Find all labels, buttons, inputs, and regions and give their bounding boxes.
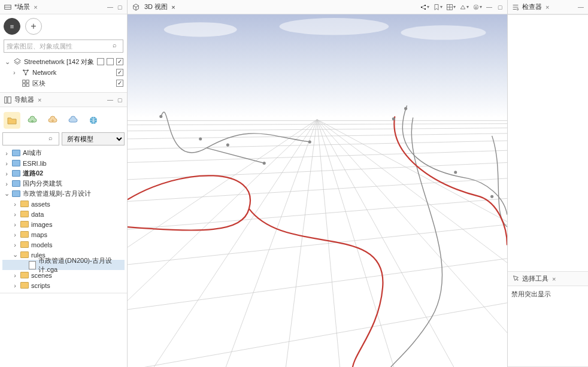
- navigator-panel-maximize[interactable]: [116, 96, 123, 104]
- scene-tree-blocks-visibility-checkbox[interactable]: [116, 80, 123, 87]
- scene-search-input[interactable]: [4, 40, 123, 53]
- tree-twisty-icon[interactable]: ›: [12, 282, 18, 289]
- scene-panel-body: ≡ ⌕ ⌄ Streetnetwork [142 对象: [0, 14, 127, 93]
- navigator-tab-close[interactable]: ×: [38, 96, 41, 104]
- tree-twisty-icon[interactable]: ›: [12, 221, 18, 228]
- navigator-tree-row[interactable]: ›scripts: [2, 280, 125, 290]
- scene-tree-root-visibility-checkbox[interactable]: [116, 58, 123, 65]
- tree-twisty-icon[interactable]: ›: [12, 272, 18, 279]
- folder-icon: [20, 210, 29, 219]
- tree-twisty-icon[interactable]: ›: [4, 170, 10, 177]
- tree-twisty-icon[interactable]: ›: [12, 201, 18, 208]
- view3d-tool-render[interactable]: [459, 2, 469, 12]
- tree-twisty-icon[interactable]: ›: [4, 150, 10, 157]
- selection-tool-tab-close[interactable]: ×: [552, 275, 556, 283]
- svg-marker-18: [474, 4, 478, 9]
- tree-twisty-icon[interactable]: ⌄: [4, 190, 10, 198]
- view3d-maximize[interactable]: [496, 4, 504, 11]
- inspector-tab-icon: [511, 3, 520, 11]
- navigator-file-tree: ›AI城市›ESRI.lib›道路02›国内分类建筑⌄市政管道规则-古月设计›a…: [2, 148, 125, 290]
- view3d-tab-close[interactable]: ×: [171, 4, 175, 11]
- search-icon[interactable]: ⌕: [113, 41, 121, 50]
- folder-icon: [12, 159, 20, 168]
- view3d-tool-share[interactable]: [420, 2, 429, 12]
- navigator-tree-row[interactable]: ›国内分类建筑: [2, 178, 125, 189]
- navigator-tree-row-label: images: [31, 221, 52, 228]
- view3d-tool-wireframe[interactable]: [446, 2, 456, 12]
- scene-tree-root-label: Streetnetwork [142 对象: [24, 57, 95, 66]
- navigator-tree-row-label: 国内分类建筑: [23, 179, 62, 188]
- scene-add-button[interactable]: [25, 18, 42, 35]
- tree-twisty-icon[interactable]: ⌄: [5, 58, 11, 66]
- navigator-filter-select[interactable]: 所有模型: [62, 132, 125, 145]
- scene-tree-network[interactable]: › Network: [4, 67, 123, 78]
- navigator-tree-row-label: assets: [31, 201, 50, 208]
- selection-tool-titlebar: 选择工具 ×: [508, 272, 588, 286]
- folder-icon: [20, 251, 29, 259]
- svg-point-19: [475, 7, 477, 8]
- svg-marker-2: [14, 59, 21, 63]
- folder-icon: [20, 230, 29, 239]
- scene-tab-close[interactable]: ×: [34, 4, 37, 11]
- navigator-mode-cloud-upload[interactable]: [24, 112, 41, 129]
- view3d-minimize[interactable]: [486, 4, 493, 11]
- folder-icon: [12, 190, 20, 198]
- tree-twisty-icon[interactable]: ›: [12, 211, 18, 218]
- navigator-tree-row[interactable]: ›道路02: [2, 168, 125, 178]
- scene-tree-blocks[interactable]: › 区块: [4, 78, 123, 89]
- navigator-search-wrap: ⌕: [2, 132, 59, 145]
- svg-rect-6: [23, 80, 25, 83]
- navigator-tree-row[interactable]: ›maps: [2, 229, 125, 239]
- navigator-tree-row[interactable]: ⌄市政管道规则-古月设计: [2, 189, 125, 199]
- inspector-tab-close[interactable]: ×: [545, 4, 549, 11]
- navigator-tree-row[interactable]: ›images: [2, 219, 125, 229]
- view3d-tool-settings[interactable]: [472, 2, 482, 12]
- scene-framing-button[interactable]: ≡: [4, 18, 20, 35]
- scene-panel-minimize[interactable]: [107, 4, 114, 11]
- scene-tree-extra-checkbox-b[interactable]: [107, 58, 114, 65]
- tree-twisty-icon[interactable]: ›: [13, 69, 19, 76]
- scene-tree-extra-checkbox-a[interactable]: [97, 58, 104, 65]
- navigator-tree-row[interactable]: ›data: [2, 209, 125, 219]
- navigator-tab-icon: [4, 96, 12, 104]
- tree-twisty-icon[interactable]: ›: [12, 241, 18, 248]
- tree-twisty-icon[interactable]: ›: [4, 160, 10, 167]
- tree-twisty-icon[interactable]: ›: [4, 180, 10, 187]
- navigator-tree-row[interactable]: ›ESRI.lib: [2, 158, 125, 168]
- svg-point-23: [401, 25, 486, 40]
- navigator-tree-row[interactable]: ›assets: [2, 199, 125, 209]
- view3d-tool-bookmarks[interactable]: [433, 2, 442, 12]
- folder-icon: [12, 180, 20, 188]
- selection-tool-body-text: 禁用突出显示: [511, 290, 551, 298]
- scene-tree-network-visibility-checkbox[interactable]: [116, 69, 123, 76]
- folder-icon: [20, 241, 29, 249]
- navigator-mode-cloud-download[interactable]: [44, 112, 61, 129]
- view3d-title: 3D 视图: [144, 2, 168, 11]
- navigator-mode-cloud[interactable]: [65, 112, 81, 129]
- network-icon: [22, 68, 30, 77]
- navigator-mode-filesystem[interactable]: [4, 112, 20, 129]
- scene-panel-maximize[interactable]: [116, 4, 123, 11]
- svg-rect-7: [26, 80, 29, 83]
- svg-rect-8: [23, 84, 25, 86]
- inspector-titlebar: 检查器 ×: [508, 0, 588, 14]
- tree-twisty-icon[interactable]: ⌄: [12, 251, 18, 259]
- scene-panel-titlebar: *场景 ×: [0, 0, 127, 14]
- scene-layer-tree: ⌄ Streetnetwork [142 对象 › Network: [4, 56, 123, 89]
- selection-tool-title: 选择工具: [522, 274, 548, 283]
- view3d-viewport[interactable]: [128, 14, 507, 367]
- tree-twisty-icon[interactable]: ›: [12, 231, 18, 238]
- scene-tree-root[interactable]: ⌄ Streetnetwork [142 对象: [4, 56, 123, 67]
- svg-point-27: [226, 144, 229, 147]
- search-icon[interactable]: ⌕: [49, 134, 57, 142]
- navigator-mode-globe[interactable]: [85, 112, 102, 129]
- svg-point-25: [159, 115, 162, 118]
- folder-icon: [20, 271, 29, 280]
- navigator-panel-minimize[interactable]: [107, 96, 114, 104]
- navigator-tree-row[interactable]: ›AI城市: [2, 148, 125, 158]
- inspector-minimize[interactable]: [577, 4, 584, 11]
- svg-point-26: [199, 137, 202, 140]
- selection-tool-body: 禁用突出显示: [508, 286, 588, 302]
- navigator-tree-row[interactable]: ›models: [2, 239, 125, 250]
- navigator-tree-row[interactable]: 市政管道(DN200)-古月设计.cga: [2, 260, 125, 270]
